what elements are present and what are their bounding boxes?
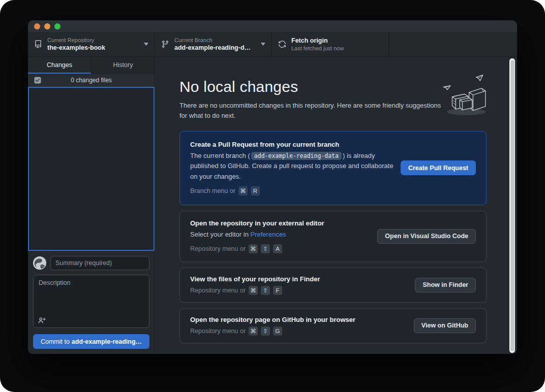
card-title: View the files of your repository in Fin… (190, 275, 408, 283)
commit-summary-input[interactable] (50, 256, 149, 270)
branch-name-chip: add-example-reading-data (251, 152, 342, 160)
shortcut-hint: Branch menu or ⌘ R (190, 186, 393, 195)
cmd-key: ⌘ (249, 326, 258, 336)
add-coauthor-icon[interactable] (38, 317, 46, 324)
scrollbar-thumb[interactable] (510, 60, 514, 351)
repo-book-icon (34, 40, 42, 48)
card-title: Create a Pull Request from your current … (190, 141, 393, 148)
minimize-window-button[interactable] (44, 23, 50, 29)
show-in-finder-card: View the files of your repository in Fin… (179, 268, 487, 303)
changes-file-list[interactable] (28, 87, 155, 251)
window-titlebar[interactable] (28, 20, 517, 32)
tab-changes[interactable]: Changes (28, 57, 91, 74)
shift-key: ⇧ (261, 286, 270, 295)
view-on-github-card: Open the repository page on GitHub in yo… (179, 308, 487, 343)
shift-key: ⇧ (261, 326, 270, 336)
zoom-window-button[interactable] (54, 23, 60, 29)
f-key: F (273, 286, 282, 295)
changed-files-count: 0 changed files (71, 77, 112, 84)
fetch-title: Fetch origin (291, 37, 344, 45)
preferences-link[interactable]: Preferences (251, 231, 286, 238)
current-repository-selector[interactable]: Current Repository the-examples-book (28, 32, 155, 56)
show-in-finder-button[interactable]: Show in Finder (415, 278, 476, 292)
card-body: The current branch (add-example-reading-… (190, 151, 393, 181)
close-window-button[interactable] (34, 23, 40, 29)
sync-icon (278, 40, 286, 48)
shift-key: ⇧ (261, 244, 270, 253)
g-key: G (273, 326, 282, 336)
github-desktop-window: Current Repository the-examples-book Cur… (28, 20, 517, 354)
changed-files-header: 0 changed files (28, 74, 155, 87)
repository-selector-label: Current Repository (47, 37, 105, 44)
commit-description-field[interactable] (33, 275, 149, 328)
desktop-background: Current Repository the-examples-book Cur… (0, 0, 545, 392)
user-avatar (33, 256, 46, 270)
commit-description-input[interactable] (39, 279, 144, 316)
main-scrollbar[interactable] (509, 58, 515, 353)
cmd-key: ⌘ (249, 244, 258, 253)
main-content: No local changes There are no uncommitte… (155, 57, 517, 354)
branch-selector-label: Current Branch (174, 37, 251, 44)
branch-name: add-example-reading-d… (174, 44, 251, 52)
git-branch-icon (161, 40, 169, 48)
changes-sidebar: Changes History 0 changed files (28, 57, 155, 354)
cmd-key: ⌘ (238, 186, 248, 195)
tab-history[interactable]: History (91, 57, 155, 74)
commit-button-branch: add-example-reading… (72, 338, 142, 345)
a-key: A (273, 244, 282, 253)
cmd-key: ⌘ (249, 286, 258, 295)
r-key: R (251, 186, 260, 195)
card-body: Select your editor in Preferences (190, 230, 370, 240)
page-subtitle: There are no uncommitted changes in this… (179, 101, 441, 121)
fetch-origin-button[interactable]: Fetch origin Last fetched just now (272, 32, 389, 56)
chevron-down-icon (261, 43, 265, 46)
chevron-down-icon (144, 43, 148, 46)
paper-stack-illustration (440, 73, 489, 119)
card-title: Open the repository in your external edi… (190, 219, 370, 227)
view-on-github-button[interactable]: View on GitHub (414, 318, 476, 333)
shortcut-hint: Repository menu or ⌘ ⇧ G (190, 326, 407, 336)
commit-form: Commit to add-example-reading… (28, 251, 155, 354)
toolbar-spacer (389, 32, 517, 56)
fetch-subtitle: Last fetched just now (291, 45, 344, 52)
create-pr-card: Create a Pull Request from your current … (179, 131, 487, 205)
external-editor-card: Open the repository in your external edi… (179, 211, 487, 262)
commit-button[interactable]: Commit to add-example-reading… (33, 334, 149, 349)
shortcut-hint: Repository menu or ⌘ ⇧ A (190, 244, 370, 253)
open-in-editor-button[interactable]: Open in Visual Studio Code (377, 229, 476, 244)
app-toolbar: Current Repository the-examples-book Cur… (28, 32, 517, 57)
create-pull-request-button[interactable]: Create Pull Request (401, 160, 476, 175)
sidebar-tabs: Changes History (28, 57, 155, 74)
shortcut-hint: Repository menu or ⌘ ⇧ F (190, 286, 408, 295)
current-branch-selector[interactable]: Current Branch add-example-reading-d… (155, 32, 272, 56)
repository-name: the-examples-book (47, 44, 105, 52)
card-title: Open the repository page on GitHub in yo… (190, 316, 407, 323)
select-all-checkbox[interactable] (34, 77, 41, 84)
